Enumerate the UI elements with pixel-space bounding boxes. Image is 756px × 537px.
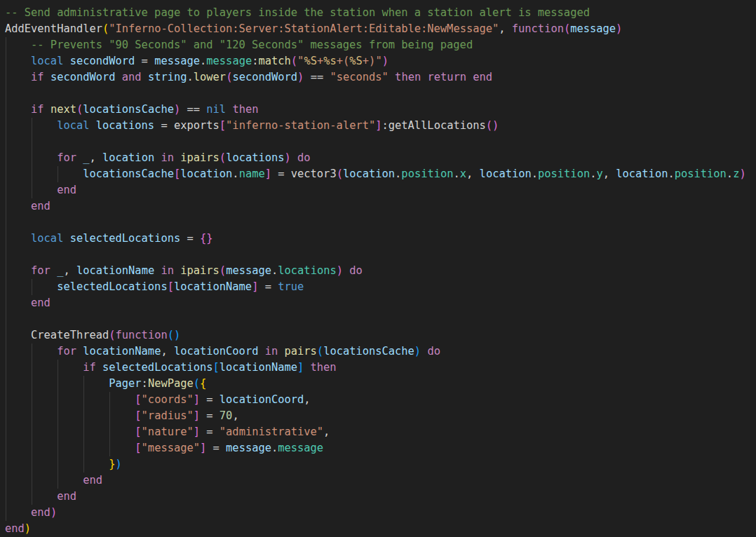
indent-guide	[83, 424, 84, 440]
code-token: [	[5, 426, 142, 438]
indent-guide	[6, 134, 6, 150]
indent-guide	[58, 424, 58, 440]
code-token: position	[538, 168, 590, 180]
code-token: for	[5, 264, 50, 277]
indent-guide	[6, 150, 6, 166]
code-token: end	[5, 490, 76, 503]
code-line: AddEventHandler("Inferno-Collection:Serv…	[5, 21, 756, 37]
code-token: message	[278, 442, 323, 454]
indent-guide	[109, 424, 110, 440]
code-token: .	[187, 71, 194, 83]
code-line: ["radius"] = 70,	[5, 408, 756, 424]
indent-guide	[58, 360, 58, 376]
indent-guide	[6, 505, 6, 521]
code-token: pairs	[278, 345, 317, 358]
code-token: =	[135, 55, 154, 67]
code-token: (	[102, 22, 109, 35]
code-token: end	[5, 474, 102, 487]
code-token: ]	[265, 168, 271, 180]
code-line: ["coords"] = locationCoord,	[5, 392, 756, 408]
code-token: ]	[194, 393, 200, 406]
code-token: "administrative"	[220, 426, 323, 438]
code-token: true	[278, 280, 304, 293]
code-token: ,	[161, 345, 167, 358]
code-token: message	[570, 22, 616, 35]
code-token: end	[5, 184, 76, 196]
code-line: for locationName, locationCoord in pairs…	[5, 344, 756, 360]
code-line: CreateThread(function()	[5, 327, 756, 344]
indent-guide	[32, 489, 32, 505]
indent-guide	[32, 344, 32, 360]
indent-guide	[58, 392, 58, 408]
code-token: then	[226, 103, 258, 116]
code-token: locationCoord	[220, 393, 304, 406]
code-token: (	[109, 329, 115, 341]
code-token: do	[421, 345, 440, 358]
code-line: if next(locationsCache) == nil then	[5, 102, 756, 118]
code-token: ==	[304, 71, 330, 83]
code-token: end	[5, 297, 50, 309]
code-line: end)	[5, 505, 756, 521]
code-token: [	[5, 409, 142, 422]
code-token: = vector3	[271, 168, 337, 180]
indent-guide	[6, 360, 6, 376]
code-editor[interactable]: -- Send administrative page to players i…	[0, 0, 756, 537]
code-token: )	[50, 506, 57, 519]
indent-guide	[32, 360, 32, 376]
code-token: next	[44, 103, 76, 116]
code-token: (	[317, 345, 323, 358]
code-token: NewPage	[148, 377, 194, 390]
code-token: secondWord	[44, 71, 116, 83]
code-line: if selectedLocations[locationName] then	[5, 360, 756, 376]
code-token: for	[5, 345, 76, 358]
indent-guide	[6, 279, 6, 295]
code-line: for _, location in ipairs(locations) do	[5, 150, 756, 166]
code-token: .	[532, 168, 538, 180]
indent-guide	[58, 440, 58, 456]
code-token: "inferno-station-alert"	[226, 119, 375, 132]
code-token: ()	[486, 119, 499, 132]
code-line: local secondWord = message.message:match…	[5, 53, 756, 69]
indent-guide	[6, 424, 6, 440]
code-token: do	[291, 151, 311, 164]
code-token: ,	[603, 168, 616, 180]
code-token: AddEventHandler	[5, 22, 102, 35]
indent-guide	[6, 53, 6, 69]
indent-guide	[6, 327, 6, 344]
code-token: (	[226, 71, 232, 83]
code-token: locationCoord	[168, 345, 259, 358]
code-line: ["message"] = message.message	[5, 440, 756, 456]
code-token: =	[206, 442, 226, 454]
code-token: 70	[220, 409, 233, 422]
code-area[interactable]: -- Send administrative page to players i…	[0, 0, 756, 537]
code-token: selectedLocations	[5, 280, 168, 293]
indent-guide	[32, 440, 32, 456]
code-token: )	[616, 22, 622, 35]
code-token: match	[258, 55, 290, 67]
code-token: [	[168, 280, 174, 293]
indent-guide	[6, 69, 6, 86]
code-line	[5, 215, 756, 231]
indent-guide	[6, 215, 6, 231]
indent-guide	[32, 376, 32, 392]
indent-guide	[83, 440, 84, 456]
indent-guide	[58, 376, 58, 392]
code-token: ipairs	[174, 151, 220, 164]
code-token: ]	[297, 361, 304, 374]
code-line: ["nature"] = "administrative",	[5, 424, 756, 440]
code-token: string	[142, 71, 187, 83]
code-token: =	[258, 280, 278, 293]
indent-guide	[32, 134, 32, 150]
indent-guide	[6, 311, 6, 327]
code-line: end	[5, 182, 756, 198]
code-token: (	[194, 377, 200, 390]
code-token: ,	[499, 22, 512, 35]
code-line: -- Prevents "90 Seconds" and "120 Second…	[5, 37, 756, 53]
indent-guide	[6, 231, 6, 247]
code-token: in	[258, 345, 278, 358]
code-token: in	[154, 264, 174, 277]
code-token: x	[460, 168, 466, 180]
code-token: do	[343, 264, 363, 277]
code-token: +	[317, 55, 323, 67]
code-token: %S	[349, 55, 363, 67]
